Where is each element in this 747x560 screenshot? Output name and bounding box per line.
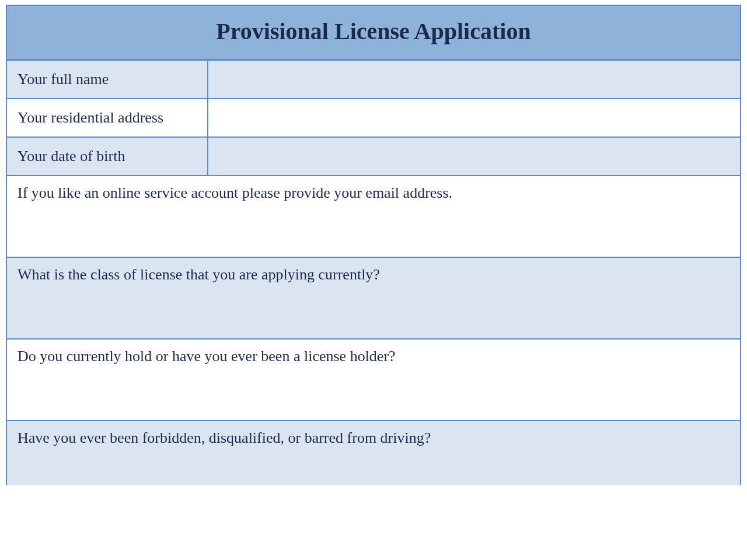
input-address[interactable] <box>208 99 740 136</box>
label-forbidden-question: Have you ever been forbidden, disqualifi… <box>7 421 740 455</box>
row-license-class-question: What is the class of license that you ar… <box>7 258 740 340</box>
label-address: Your residential address <box>7 99 208 136</box>
row-forbidden-question: Have you ever been forbidden, disqualifi… <box>7 421 740 485</box>
form-container: Provisional License Application Your ful… <box>6 5 741 485</box>
row-full-name: Your full name <box>7 61 740 99</box>
input-dob[interactable] <box>208 138 740 175</box>
label-email-question: If you like an online service account pl… <box>7 176 740 210</box>
form-header: Provisional License Application <box>7 6 740 61</box>
row-dob: Your date of birth <box>7 138 740 176</box>
row-address: Your residential address <box>7 99 740 138</box>
row-email-question: If you like an online service account pl… <box>7 176 740 258</box>
row-license-holder-question: Do you currently hold or have you ever b… <box>7 340 740 421</box>
input-full-name[interactable] <box>208 61 740 98</box>
label-full-name: Your full name <box>7 61 208 98</box>
label-license-class-question: What is the class of license that you ar… <box>7 258 740 292</box>
form-title: Provisional License Application <box>7 18 740 45</box>
label-dob: Your date of birth <box>7 138 208 175</box>
label-license-holder-question: Do you currently hold or have you ever b… <box>7 340 740 373</box>
